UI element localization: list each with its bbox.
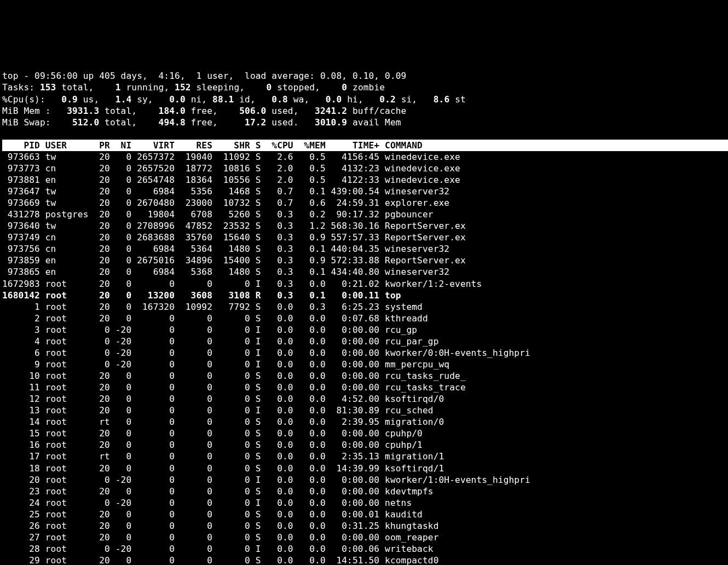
process-row[interactable]: 26 root 20 0 0 0 0 S 0.0 0.0 0:31.25 khu… <box>2 521 439 531</box>
process-row[interactable]: 9 root 0 -20 0 0 0 I 0.0 0.0 0:00.00 mm_… <box>2 359 449 370</box>
process-row[interactable]: 973865 en 20 0 6984 5368 1480 S 0.3 0.1 … <box>2 267 449 277</box>
process-row[interactable]: 973859 en 20 0 2675016 34896 15400 S 0.3… <box>2 255 466 266</box>
process-row[interactable]: 23 root 20 0 0 0 0 S 0.0 0.0 0:00.00 kde… <box>2 486 434 497</box>
process-row[interactable]: 973663 tw 20 0 2657372 19040 11092 S 2.6… <box>2 152 460 162</box>
process-row[interactable]: 973881 en 20 0 2654748 18364 10556 S 2.0… <box>2 175 460 185</box>
process-row[interactable]: 4 root 0 -20 0 0 0 I 0.0 0.0 0:00.00 rcu… <box>2 336 439 347</box>
process-row[interactable]: 13 root 20 0 0 0 0 I 0.0 0.0 81:30.89 rc… <box>2 405 434 416</box>
process-header[interactable]: PID USER PR NI VIRT RES SHR S %CPU %MEM … <box>2 140 728 151</box>
process-row[interactable]: 973749 cn 20 0 2683688 35760 15640 S 0.3… <box>2 232 466 243</box>
process-row[interactable]: 27 root 20 0 0 0 0 S 0.0 0.0 0:00.00 oom… <box>2 532 439 543</box>
process-row[interactable]: 15 root 20 0 0 0 0 S 0.0 0.0 0:00.00 cpu… <box>2 428 423 439</box>
summary-cpu: %Cpu(s): 0.9 us, 1.4 sy, 0.0 ni, 88.1 id… <box>2 94 466 105</box>
process-row[interactable]: 11 root 20 0 0 0 0 S 0.0 0.0 0:00.00 rcu… <box>2 382 466 393</box>
process-row[interactable]: 973640 tw 20 0 2708996 47852 23532 S 0.3… <box>2 221 466 231</box>
process-row[interactable]: 18 root 20 0 0 0 0 S 0.0 0.0 14:39.99 ks… <box>2 463 444 474</box>
process-row[interactable]: 28 root 0 -20 0 0 0 I 0.0 0.0 0:00.06 wr… <box>2 544 434 554</box>
process-row[interactable]: 3 root 0 -20 0 0 0 I 0.0 0.0 0:00.00 rcu… <box>2 325 417 335</box>
process-list[interactable]: 973663 tw 20 0 2657372 19040 11092 S 2.6… <box>2 151 728 565</box>
summary-tasks: Tasks: 153 total, 1 running, 152 sleepin… <box>2 82 385 93</box>
top-terminal[interactable]: top - 09:56:00 up 405 days, 4:16, 1 user… <box>0 57 728 565</box>
summary-mem: MiB Mem : 3931.3 total, 184.0 free, 506.… <box>2 106 406 116</box>
process-row[interactable]: 17 root rt 0 0 0 0 S 0.0 0.0 2:35.13 mig… <box>2 451 444 462</box>
process-row[interactable]: 14 root rt 0 0 0 0 S 0.0 0.0 2:39.95 mig… <box>2 417 444 427</box>
process-row[interactable]: 25 root 20 0 0 0 0 S 0.0 0.0 0:00.01 kau… <box>2 509 423 520</box>
process-row[interactable]: 29 root 20 0 0 0 0 S 0.0 0.0 14:51.50 kc… <box>2 555 439 565</box>
process-row[interactable]: 973647 tw 20 0 6984 5356 1468 S 0.7 0.1 … <box>2 186 449 197</box>
summary-line-1: top - 09:56:00 up 405 days, 4:16, 1 user… <box>2 71 406 81</box>
process-row[interactable]: 24 root 0 -20 0 0 0 I 0.0 0.0 0:00.00 ne… <box>2 498 412 508</box>
process-row[interactable]: 1680142 root 20 0 13200 3608 3108 R 0.3 … <box>2 290 401 301</box>
process-row[interactable]: 1672983 root 20 0 0 0 0 I 0.3 0.0 0:21.0… <box>2 279 482 289</box>
process-row[interactable]: 973756 cn 20 0 6984 5364 1480 S 0.3 0.1 … <box>2 244 449 254</box>
process-row[interactable]: 12 root 20 0 0 0 0 S 0.0 0.0 4:52.00 kso… <box>2 394 444 404</box>
process-row[interactable]: 2 root 20 0 0 0 0 S 0.0 0.0 0:07.68 kthr… <box>2 313 428 324</box>
process-row[interactable]: 6 root 0 -20 0 0 0 I 0.0 0.0 0:00.00 kwo… <box>2 348 530 358</box>
process-row[interactable]: 973669 tw 20 0 2670480 23000 10732 S 0.7… <box>2 198 449 208</box>
process-row[interactable]: 431278 postgres 20 0 19804 6708 5260 S 0… <box>2 209 434 220</box>
process-row[interactable]: 20 root 0 -20 0 0 0 I 0.0 0.0 0:00.00 kw… <box>2 475 530 485</box>
summary-swap: MiB Swap: 512.0 total, 494.8 free, 17.2 … <box>2 117 401 128</box>
process-row[interactable]: 10 root 20 0 0 0 0 S 0.0 0.0 0:00.00 rcu… <box>2 371 466 381</box>
process-row[interactable]: 1 root 20 0 167320 10992 7792 S 0.0 0.3 … <box>2 302 423 312</box>
process-row[interactable]: 973773 cn 20 0 2657520 18772 10816 S 2.0… <box>2 163 460 174</box>
process-row[interactable]: 16 root 20 0 0 0 0 S 0.0 0.0 0:00.00 cpu… <box>2 440 423 450</box>
